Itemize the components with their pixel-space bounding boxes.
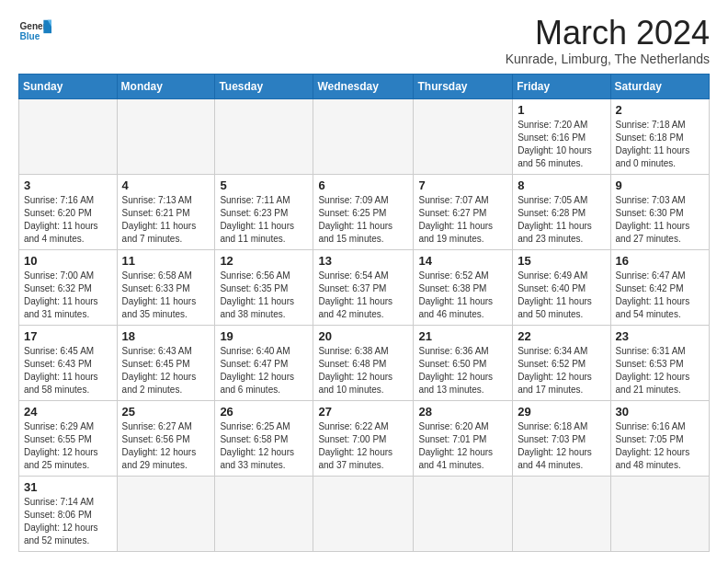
calendar-day-cell: 4Sunrise: 7:13 AM Sunset: 6:21 PM Daylig… xyxy=(117,174,215,249)
calendar-day-cell xyxy=(117,476,215,551)
day-number: 23 xyxy=(616,329,704,343)
weekday-header: Wednesday xyxy=(313,74,414,98)
day-info: Sunrise: 7:18 AM Sunset: 6:18 PM Dayligh… xyxy=(616,119,704,170)
day-info: Sunrise: 6:43 AM Sunset: 6:45 PM Dayligh… xyxy=(122,345,210,396)
calendar-day-cell: 25Sunrise: 6:27 AM Sunset: 6:56 PM Dayli… xyxy=(117,400,215,476)
day-info: Sunrise: 7:20 AM Sunset: 6:16 PM Dayligh… xyxy=(518,119,605,170)
calendar-header-row: SundayMondayTuesdayWednesdayThursdayFrid… xyxy=(19,74,710,98)
calendar-day-cell: 7Sunrise: 7:07 AM Sunset: 6:27 PM Daylig… xyxy=(414,174,513,249)
calendar-day-cell xyxy=(513,476,610,551)
day-number: 14 xyxy=(418,254,507,268)
calendar-day-cell: 27Sunrise: 6:22 AM Sunset: 7:00 PM Dayli… xyxy=(313,400,414,476)
day-number: 12 xyxy=(220,254,308,268)
calendar-day-cell: 11Sunrise: 6:58 AM Sunset: 6:33 PM Dayli… xyxy=(117,249,215,325)
calendar-day-cell: 28Sunrise: 6:20 AM Sunset: 7:01 PM Dayli… xyxy=(414,400,513,476)
calendar-day-cell: 22Sunrise: 6:34 AM Sunset: 6:52 PM Dayli… xyxy=(513,325,610,400)
day-number: 4 xyxy=(122,178,210,192)
day-info: Sunrise: 7:16 AM Sunset: 6:20 PM Dayligh… xyxy=(24,194,112,246)
calendar-day-cell: 16Sunrise: 6:47 AM Sunset: 6:42 PM Dayli… xyxy=(610,249,709,325)
day-number: 29 xyxy=(518,405,605,419)
day-number: 21 xyxy=(418,329,507,343)
day-info: Sunrise: 6:20 AM Sunset: 7:01 PM Dayligh… xyxy=(418,420,507,472)
calendar-day-cell: 10Sunrise: 7:00 AM Sunset: 6:32 PM Dayli… xyxy=(19,249,118,325)
calendar-day-cell: 26Sunrise: 6:25 AM Sunset: 6:58 PM Dayli… xyxy=(215,400,313,476)
calendar-week-row: 10Sunrise: 7:00 AM Sunset: 6:32 PM Dayli… xyxy=(19,249,710,325)
day-number: 9 xyxy=(616,178,704,192)
calendar-day-cell xyxy=(215,98,313,174)
day-number: 13 xyxy=(318,254,408,268)
calendar-day-cell xyxy=(414,98,513,174)
day-number: 19 xyxy=(220,329,308,343)
day-info: Sunrise: 6:52 AM Sunset: 6:38 PM Dayligh… xyxy=(418,270,507,321)
day-info: Sunrise: 6:25 AM Sunset: 6:58 PM Dayligh… xyxy=(220,420,308,472)
day-number: 26 xyxy=(220,405,308,419)
weekday-header: Monday xyxy=(117,74,215,98)
calendar-day-cell: 21Sunrise: 6:36 AM Sunset: 6:50 PM Dayli… xyxy=(414,325,513,400)
calendar-day-cell: 6Sunrise: 7:09 AM Sunset: 6:25 PM Daylig… xyxy=(313,174,414,249)
calendar-day-cell: 8Sunrise: 7:05 AM Sunset: 6:28 PM Daylig… xyxy=(513,174,610,249)
calendar-day-cell: 14Sunrise: 6:52 AM Sunset: 6:38 PM Dayli… xyxy=(414,249,513,325)
day-info: Sunrise: 6:22 AM Sunset: 7:00 PM Dayligh… xyxy=(318,420,408,472)
day-info: Sunrise: 6:38 AM Sunset: 6:48 PM Dayligh… xyxy=(318,345,408,396)
day-info: Sunrise: 7:09 AM Sunset: 6:25 PM Dayligh… xyxy=(318,194,408,246)
day-number: 7 xyxy=(418,178,507,192)
day-info: Sunrise: 6:29 AM Sunset: 6:55 PM Dayligh… xyxy=(24,420,112,472)
weekday-header: Sunday xyxy=(19,74,118,98)
calendar-day-cell: 24Sunrise: 6:29 AM Sunset: 6:55 PM Dayli… xyxy=(19,400,118,476)
day-info: Sunrise: 6:56 AM Sunset: 6:35 PM Dayligh… xyxy=(220,270,308,321)
weekday-header: Thursday xyxy=(414,74,513,98)
calendar-week-row: 24Sunrise: 6:29 AM Sunset: 6:55 PM Dayli… xyxy=(19,400,710,476)
day-info: Sunrise: 7:03 AM Sunset: 6:30 PM Dayligh… xyxy=(616,194,704,246)
day-number: 22 xyxy=(518,329,605,343)
weekday-header: Friday xyxy=(513,74,610,98)
day-number: 17 xyxy=(24,329,112,343)
day-number: 3 xyxy=(24,178,112,192)
calendar-day-cell xyxy=(215,476,313,551)
day-number: 6 xyxy=(318,178,408,192)
calendar-day-cell: 5Sunrise: 7:11 AM Sunset: 6:23 PM Daylig… xyxy=(215,174,313,249)
calendar-day-cell: 29Sunrise: 6:18 AM Sunset: 7:03 PM Dayli… xyxy=(513,400,610,476)
day-info: Sunrise: 6:49 AM Sunset: 6:40 PM Dayligh… xyxy=(518,270,605,321)
day-info: Sunrise: 7:05 AM Sunset: 6:28 PM Dayligh… xyxy=(518,194,605,246)
day-number: 16 xyxy=(616,254,704,268)
day-info: Sunrise: 6:40 AM Sunset: 6:47 PM Dayligh… xyxy=(220,345,308,396)
calendar-day-cell: 31Sunrise: 7:14 AM Sunset: 8:06 PM Dayli… xyxy=(19,476,118,551)
calendar-day-cell: 1Sunrise: 7:20 AM Sunset: 6:16 PM Daylig… xyxy=(513,98,610,174)
day-info: Sunrise: 7:07 AM Sunset: 6:27 PM Dayligh… xyxy=(418,194,507,246)
day-info: Sunrise: 7:00 AM Sunset: 6:32 PM Dayligh… xyxy=(24,270,112,321)
calendar-day-cell: 20Sunrise: 6:38 AM Sunset: 6:48 PM Dayli… xyxy=(313,325,414,400)
calendar-day-cell: 9Sunrise: 7:03 AM Sunset: 6:30 PM Daylig… xyxy=(610,174,709,249)
calendar-day-cell xyxy=(313,98,414,174)
day-info: Sunrise: 6:58 AM Sunset: 6:33 PM Dayligh… xyxy=(122,270,210,321)
day-number: 8 xyxy=(518,178,605,192)
calendar-day-cell: 13Sunrise: 6:54 AM Sunset: 6:37 PM Dayli… xyxy=(313,249,414,325)
title-area: March 2024 Kunrade, Limburg, The Netherl… xyxy=(506,15,710,66)
day-number: 24 xyxy=(24,405,112,419)
calendar-day-cell: 17Sunrise: 6:45 AM Sunset: 6:43 PM Dayli… xyxy=(19,325,118,400)
calendar-week-row: 17Sunrise: 6:45 AM Sunset: 6:43 PM Dayli… xyxy=(19,325,710,400)
calendar-week-row: 31Sunrise: 7:14 AM Sunset: 8:06 PM Dayli… xyxy=(19,476,710,551)
day-number: 28 xyxy=(418,405,507,419)
calendar-day-cell xyxy=(117,98,215,174)
day-info: Sunrise: 6:54 AM Sunset: 6:37 PM Dayligh… xyxy=(318,270,408,321)
calendar-day-cell: 23Sunrise: 6:31 AM Sunset: 6:53 PM Dayli… xyxy=(610,325,709,400)
day-number: 1 xyxy=(518,103,605,117)
calendar-day-cell xyxy=(610,476,709,551)
day-number: 10 xyxy=(24,254,112,268)
calendar-day-cell: 18Sunrise: 6:43 AM Sunset: 6:45 PM Dayli… xyxy=(117,325,215,400)
day-number: 25 xyxy=(122,405,210,419)
page-header: General Blue March 2024 Kunrade, Limburg… xyxy=(18,15,710,66)
day-number: 27 xyxy=(318,405,408,419)
day-info: Sunrise: 6:36 AM Sunset: 6:50 PM Dayligh… xyxy=(418,345,507,396)
calendar-day-cell: 12Sunrise: 6:56 AM Sunset: 6:35 PM Dayli… xyxy=(215,249,313,325)
calendar-day-cell: 3Sunrise: 7:16 AM Sunset: 6:20 PM Daylig… xyxy=(19,174,118,249)
logo-icon: General Blue xyxy=(18,15,51,48)
day-number: 31 xyxy=(24,480,112,494)
day-number: 18 xyxy=(122,329,210,343)
calendar-day-cell: 30Sunrise: 6:16 AM Sunset: 7:05 PM Dayli… xyxy=(610,400,709,476)
day-info: Sunrise: 6:45 AM Sunset: 6:43 PM Dayligh… xyxy=(24,345,112,396)
day-info: Sunrise: 6:18 AM Sunset: 7:03 PM Dayligh… xyxy=(518,420,605,472)
day-number: 11 xyxy=(122,254,210,268)
weekday-header: Saturday xyxy=(610,74,709,98)
calendar-day-cell xyxy=(19,98,118,174)
